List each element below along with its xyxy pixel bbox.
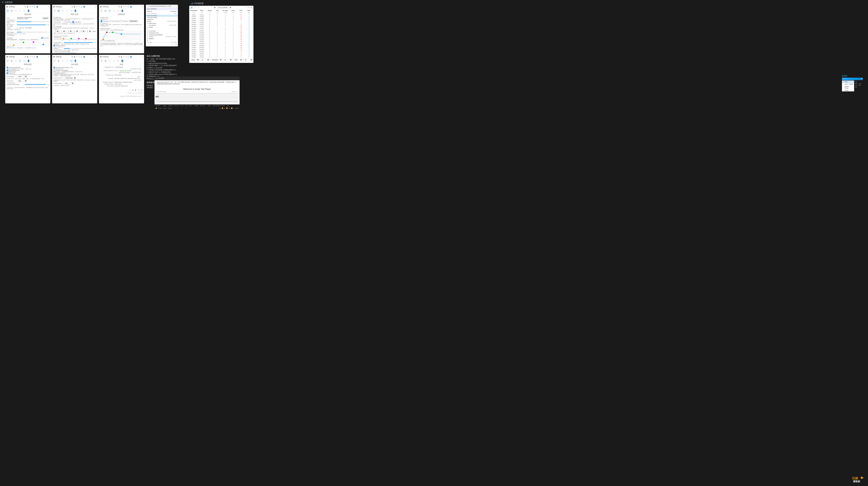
dialog-top-check[interactable] xyxy=(54,67,55,68)
close-icon[interactable]: × xyxy=(48,55,49,58)
random-radio[interactable] xyxy=(120,20,122,22)
bend-slider[interactable] xyxy=(17,32,48,32)
as-check[interactable] xyxy=(7,72,8,74)
pencil-icon[interactable]: ✎ xyxy=(246,7,247,8)
browse-button[interactable]: Browse xyxy=(42,17,49,19)
cpc-row[interactable]: 5 - Portamento Time xyxy=(146,32,178,34)
cpc-row[interactable]: 0 - Bank Select xyxy=(146,22,178,24)
sample-row[interactable]: SustainG1(43)6311-221.0 xyxy=(189,39,253,41)
midi-out-check[interactable] xyxy=(54,17,55,18)
sample-row[interactable]: SustainG1(43)6342-131.0 xyxy=(189,42,253,45)
youtube-icon[interactable]: ▶ xyxy=(135,89,136,91)
tab-sample[interactable]: ∿ xyxy=(108,9,111,12)
midi-guitar-check[interactable] xyxy=(54,26,55,27)
cpc-list[interactable]: Note On VelocityNote Off VelocityAfterto… xyxy=(146,15,178,42)
cpc-row[interactable]: 8 - Balance xyxy=(146,38,178,39)
sample-row[interactable]: SustainE1(40)6011-101.0 xyxy=(189,14,253,16)
sample-row[interactable]: SustainA1(45)6511-41.0 xyxy=(189,52,253,54)
sample-row[interactable]: SustainE1(40)6042-51.0 xyxy=(189,24,253,25)
check-icon[interactable]: ✓ xyxy=(171,43,173,45)
wave-icon[interactable]: ∿ xyxy=(197,6,199,9)
dial-icon[interactable]: ◐ xyxy=(27,6,28,8)
sample-row[interactable]: SustainG#1(44)6421-181.0 xyxy=(189,47,253,48)
expand-icon[interactable]: ⤢ xyxy=(174,5,175,7)
scaling-select[interactable]: 100 xyxy=(64,82,74,85)
cpc-row[interactable]: 3 xyxy=(146,28,178,30)
refresh-icon[interactable]: ⟳ xyxy=(176,43,177,45)
cpc-row[interactable]: BenderM-Pitch Bend 弯音 xyxy=(146,21,178,22)
cpc-row[interactable]: Note On Velocity xyxy=(146,15,178,17)
tab-staff[interactable]: 6/4 xyxy=(156,93,238,102)
disable-anim-check[interactable] xyxy=(54,69,55,71)
tab-info[interactable]: 👤 xyxy=(121,59,124,62)
cpc-row[interactable]: 7 - VolumeM-Master Vol. 总音量 xyxy=(146,36,178,38)
vsens-slider[interactable] xyxy=(64,42,93,43)
facebook-icon[interactable]: f xyxy=(130,89,130,91)
sample-row[interactable]: SustainA1(45)6531-41.0 xyxy=(189,56,253,58)
twitter-icon[interactable]: 𝕏 xyxy=(138,89,140,91)
vlt-slider[interactable]: 78 95 43 31 xyxy=(54,38,96,40)
next-icon[interactable]: ▶ xyxy=(230,7,231,8)
envelope-editor[interactable] xyxy=(100,31,143,40)
filter-pitch-all[interactable]: All xyxy=(243,59,253,61)
sample-row[interactable]: SustainE1(40)6012-111.0 xyxy=(189,16,253,18)
sample-row[interactable]: SustainF#1(42)6211-261.0 xyxy=(189,31,253,33)
refresh-icon[interactable]: ⟳ xyxy=(248,7,249,8)
cpc-row[interactable]: 4 - Foot Pedal xyxy=(146,30,178,32)
round-radio[interactable] xyxy=(109,20,111,22)
eq-icon[interactable]: ⫴ xyxy=(32,6,33,8)
filter-pitch[interactable]: Pitch xyxy=(233,59,243,61)
mod-curve[interactable] xyxy=(7,40,49,46)
cpc-row[interactable]: 6 - Data Entry(unavailable) xyxy=(146,34,178,36)
tab-riffer[interactable]: ⫴ xyxy=(19,59,22,62)
sample-row[interactable]: SustainF1(41)6111-241.0 xyxy=(189,25,253,27)
close-icon[interactable]: × xyxy=(176,5,177,7)
close-icon[interactable]: × xyxy=(48,5,49,8)
cpc-row[interactable]: Aftertouch xyxy=(146,19,178,21)
filter-string[interactable]: String xyxy=(190,59,199,61)
cpc-row[interactable]: Note Off Velocity xyxy=(146,17,178,19)
wave-icon[interactable]: ∿ xyxy=(30,6,31,8)
cpc-row[interactable]: 2 - Breath xyxy=(146,26,178,28)
vh-slider[interactable] xyxy=(25,84,46,85)
max-voices-slider[interactable] xyxy=(17,25,46,25)
sample-row[interactable]: SustainF1(41)6121-191.0 xyxy=(189,27,253,29)
master-tune-slider[interactable] xyxy=(17,21,46,22)
poly-bend-check[interactable] xyxy=(7,34,8,36)
plus-icon[interactable]: + xyxy=(174,43,175,45)
eh-check[interactable] xyxy=(7,67,8,68)
menu-icon[interactable]: ☰ xyxy=(25,6,26,8)
cycle-reset-button[interactable]: Cycle Reset xyxy=(129,20,138,22)
sample-row[interactable]: SustainF1(41)6142-51.0 xyxy=(189,29,253,31)
auto-vel-check[interactable] xyxy=(54,45,55,46)
sample-row[interactable]: SustainE1(40)6022-131.0 xyxy=(189,18,253,20)
sample-row[interactable]: SustainF#1(42)6242-141.0 xyxy=(189,37,253,39)
channel-radio[interactable] xyxy=(64,21,66,23)
person-icon[interactable]: 👤 xyxy=(36,6,38,8)
prev-icon[interactable]: ◀ xyxy=(214,7,215,8)
close-icon[interactable]: × xyxy=(142,5,143,8)
tab-display[interactable]: ▢ xyxy=(70,59,72,62)
disable-opengl-check[interactable] xyxy=(54,72,55,74)
sample-row[interactable]: SustainG1(43)6341-171.0 xyxy=(189,41,253,42)
tab-system[interactable]: ☰ xyxy=(6,9,9,12)
sample-row[interactable]: SustainE1(40)604131.0 xyxy=(189,22,253,24)
grid-icon[interactable]: ▦ xyxy=(190,6,193,9)
cpc-row[interactable]: 9 xyxy=(146,39,178,41)
auto-mod-check[interactable] xyxy=(41,37,43,39)
preset-name[interactable]: Tune_Default xyxy=(216,6,229,9)
monitor-icon[interactable]: ▢ xyxy=(34,6,35,8)
sample-row[interactable]: SustainA1(45)6522-81.0 xyxy=(189,54,253,56)
close-icon[interactable]: × xyxy=(142,55,143,58)
filter-string-all[interactable]: All xyxy=(200,59,210,61)
keyswitch-radio[interactable] xyxy=(72,21,74,23)
sample-row[interactable]: SustainF#1(42)6232-261.0 xyxy=(189,35,253,37)
sample-row[interactable]: SustainF#1(42)6221-221.0 xyxy=(189,33,253,35)
sample-row[interactable]: SustainG#1(44)6411-181.0 xyxy=(189,45,253,47)
esf-check[interactable] xyxy=(7,69,8,71)
close-icon[interactable]: × xyxy=(95,55,96,58)
close-icon[interactable]: × xyxy=(95,5,96,8)
tab-midi[interactable]: ◐ xyxy=(57,9,60,12)
soundcloud-icon[interactable]: ☁ xyxy=(132,89,134,91)
cpc-row[interactable]: 1 - Mod WheelM-Vibrato 揉弦 xyxy=(146,24,178,26)
